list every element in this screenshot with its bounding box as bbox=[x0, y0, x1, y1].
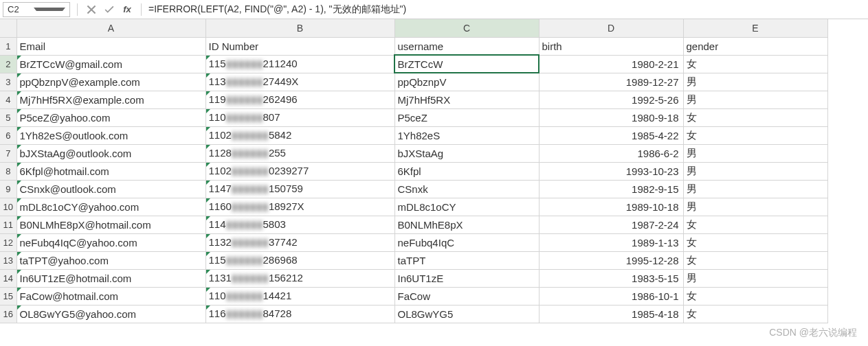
row-head-6[interactable]: 6 bbox=[0, 126, 16, 144]
col-head-A[interactable]: A bbox=[16, 19, 205, 37]
cell-E11[interactable]: 女 bbox=[683, 216, 827, 233]
cell-B10[interactable]: 1160▮▮▮▮▮▮18927X bbox=[205, 198, 394, 216]
cell-B14[interactable]: 1131▮▮▮▮▮▮156212 bbox=[205, 269, 394, 287]
cell-B4[interactable]: 119▮▮▮▮▮▮262496 bbox=[205, 91, 394, 108]
cell-D5[interactable]: 1980-9-18 bbox=[539, 108, 683, 126]
cell-D7[interactable]: 1986-6-2 bbox=[539, 144, 683, 162]
cell-C12[interactable]: neFubq4IqC bbox=[394, 233, 539, 251]
cell-B5[interactable]: 110▮▮▮▮▮▮807 bbox=[205, 108, 394, 126]
cell-A1[interactable]: Email bbox=[16, 37, 205, 55]
row-head-4[interactable]: 4 bbox=[0, 91, 16, 108]
cell-D14[interactable]: 1983-5-15 bbox=[539, 269, 683, 287]
row-head-2[interactable]: 2 bbox=[0, 55, 16, 73]
cell-C3[interactable]: ppQbznpV bbox=[394, 73, 539, 91]
cell-B1[interactable]: ID Number bbox=[205, 37, 394, 55]
cell-D12[interactable]: 1989-1-13 bbox=[539, 233, 683, 251]
col-head-D[interactable]: D bbox=[539, 19, 683, 37]
cell-B15[interactable]: 110▮▮▮▮▮▮14421 bbox=[205, 287, 394, 305]
cell-C7[interactable]: bJXStaAg bbox=[394, 144, 539, 162]
row-head-16[interactable]: 16 bbox=[0, 305, 16, 323]
cell-B9[interactable]: 1147▮▮▮▮▮▮150759 bbox=[205, 180, 394, 198]
row-head-14[interactable]: 14 bbox=[0, 269, 16, 287]
cell-E16[interactable]: 女 bbox=[683, 305, 827, 323]
cell-B16[interactable]: 116▮▮▮▮▮▮84728 bbox=[205, 305, 394, 323]
cell-E2[interactable]: 女 bbox=[683, 55, 827, 73]
cell-C1[interactable]: username bbox=[394, 37, 539, 55]
cell-E3[interactable]: 男 bbox=[683, 73, 827, 91]
cell-A7[interactable]: bJXStaAg@outlook.com bbox=[16, 144, 205, 162]
cell-D3[interactable]: 1989-12-27 bbox=[539, 73, 683, 91]
select-all-corner[interactable] bbox=[0, 19, 16, 37]
row-head-11[interactable]: 11 bbox=[0, 216, 16, 233]
row-head-3[interactable]: 3 bbox=[0, 73, 16, 91]
cell-A12[interactable]: neFubq4IqC@yahoo.com bbox=[16, 233, 205, 251]
cell-D11[interactable]: 1987-2-24 bbox=[539, 216, 683, 233]
cell-B6[interactable]: 1102▮▮▮▮▮▮5842 bbox=[205, 126, 394, 144]
name-box[interactable]: C2 bbox=[3, 2, 70, 17]
cell-A3[interactable]: ppQbznpV@example.com bbox=[16, 73, 205, 91]
cell-C15[interactable]: FaCow bbox=[394, 287, 539, 305]
col-head-E[interactable]: E bbox=[683, 19, 827, 37]
cell-E7[interactable]: 男 bbox=[683, 144, 827, 162]
cell-C5[interactable]: P5ceZ bbox=[394, 108, 539, 126]
cell-D4[interactable]: 1992-5-26 bbox=[539, 91, 683, 108]
cell-E1[interactable]: gender bbox=[683, 37, 827, 55]
cell-C14[interactable]: In6UT1zE bbox=[394, 269, 539, 287]
cell-D15[interactable]: 1986-10-1 bbox=[539, 287, 683, 305]
cell-B12[interactable]: 1132▮▮▮▮▮▮37742 bbox=[205, 233, 394, 251]
cell-A2[interactable]: BrZTCcW@gmail.com bbox=[16, 55, 205, 73]
cell-E15[interactable]: 女 bbox=[683, 287, 827, 305]
cell-E8[interactable]: 男 bbox=[683, 162, 827, 180]
cell-C13[interactable]: taTPT bbox=[394, 251, 539, 269]
chevron-down-icon[interactable] bbox=[34, 8, 65, 11]
cell-C2[interactable]: BrZTCcW bbox=[394, 55, 539, 73]
cell-E13[interactable]: 女 bbox=[683, 251, 827, 269]
cell-C9[interactable]: CSnxk bbox=[394, 180, 539, 198]
cell-A8[interactable]: 6Kfpl@hotmail.com bbox=[16, 162, 205, 180]
cell-D8[interactable]: 1993-10-23 bbox=[539, 162, 683, 180]
cell-A6[interactable]: 1Yh82eS@outlook.com bbox=[16, 126, 205, 144]
row-head-10[interactable]: 10 bbox=[0, 198, 16, 216]
row-head-1[interactable]: 1 bbox=[0, 37, 16, 55]
cell-D13[interactable]: 1995-12-28 bbox=[539, 251, 683, 269]
cell-C8[interactable]: 6Kfpl bbox=[394, 162, 539, 180]
cell-A9[interactable]: CSnxk@outlook.com bbox=[16, 180, 205, 198]
cell-D16[interactable]: 1985-4-18 bbox=[539, 305, 683, 323]
cell-B3[interactable]: 113▮▮▮▮▮▮27449X bbox=[205, 73, 394, 91]
row-head-15[interactable]: 15 bbox=[0, 287, 16, 305]
cell-E4[interactable]: 男 bbox=[683, 91, 827, 108]
row-head-9[interactable]: 9 bbox=[0, 180, 16, 198]
cell-B13[interactable]: 115▮▮▮▮▮▮286968 bbox=[205, 251, 394, 269]
cell-A14[interactable]: In6UT1zE@hotmail.com bbox=[16, 269, 205, 287]
cell-C16[interactable]: OL8GwYG5 bbox=[394, 305, 539, 323]
cell-C10[interactable]: mDL8c1oCY bbox=[394, 198, 539, 216]
cell-E12[interactable]: 女 bbox=[683, 233, 827, 251]
cell-E9[interactable]: 男 bbox=[683, 180, 827, 198]
cell-A13[interactable]: taTPT@yahoo.com bbox=[16, 251, 205, 269]
fx-icon[interactable]: fx bbox=[122, 4, 133, 15]
cell-A5[interactable]: P5ceZ@yahoo.com bbox=[16, 108, 205, 126]
row-head-12[interactable]: 12 bbox=[0, 233, 16, 251]
cell-D9[interactable]: 1982-9-15 bbox=[539, 180, 683, 198]
cell-D2[interactable]: 1980-2-21 bbox=[539, 55, 683, 73]
cell-D1[interactable]: birth bbox=[539, 37, 683, 55]
cell-D10[interactable]: 1989-10-18 bbox=[539, 198, 683, 216]
col-head-C[interactable]: C bbox=[394, 19, 539, 37]
cancel-icon[interactable] bbox=[86, 4, 97, 15]
row-head-8[interactable]: 8 bbox=[0, 162, 16, 180]
cell-E6[interactable]: 女 bbox=[683, 126, 827, 144]
cell-E14[interactable]: 男 bbox=[683, 269, 827, 287]
cell-C11[interactable]: B0NLMhE8pX bbox=[394, 216, 539, 233]
check-icon[interactable] bbox=[104, 4, 115, 15]
cell-D6[interactable]: 1985-4-22 bbox=[539, 126, 683, 144]
cell-B7[interactable]: 1128▮▮▮▮▮▮255 bbox=[205, 144, 394, 162]
row-head-13[interactable]: 13 bbox=[0, 251, 16, 269]
cell-A15[interactable]: FaCow@hotmail.com bbox=[16, 287, 205, 305]
cell-E10[interactable]: 男 bbox=[683, 198, 827, 216]
cell-B8[interactable]: 1102▮▮▮▮▮▮0239277 bbox=[205, 162, 394, 180]
cell-B2[interactable]: 115▮▮▮▮▮▮211240 bbox=[205, 55, 394, 73]
cell-A10[interactable]: mDL8c1oCY@yahoo.com bbox=[16, 198, 205, 216]
cell-A16[interactable]: OL8GwYG5@yahoo.com bbox=[16, 305, 205, 323]
cell-A11[interactable]: B0NLMhE8pX@hotmail.com bbox=[16, 216, 205, 233]
cell-C4[interactable]: Mj7hHf5RX bbox=[394, 91, 539, 108]
